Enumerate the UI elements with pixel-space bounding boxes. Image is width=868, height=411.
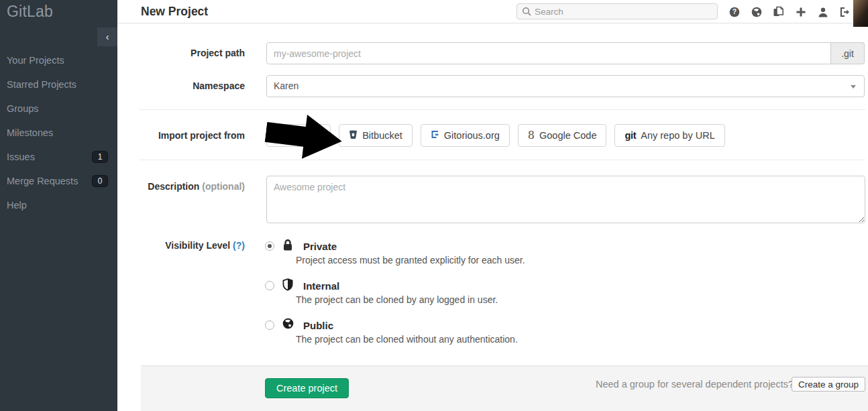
sidebar-item-label: Help [7,200,27,211]
sidebar-item-label: Your Projects [7,55,64,66]
visibility-private-name[interactable]: Private [303,241,337,252]
sidebar-item-label: Issues [7,152,35,162]
globe-icon[interactable] [751,6,762,17]
shield-icon [282,278,293,294]
namespace-select[interactable]: Karen [266,75,865,97]
divider [139,109,865,110]
chevron-left-icon: ‹ [106,32,109,42]
search-input[interactable] [517,4,717,19]
annotation-arrow-icon [263,107,347,166]
project-path-group: .git [266,42,865,64]
project-path-label: Project path [124,48,245,58]
import-button-label: Bitbucket [362,130,402,141]
description-label-text: Description [148,181,199,192]
bitbucket-icon [349,130,358,141]
description-optional-text: (optional) [202,181,245,192]
lock-icon [282,239,293,254]
sidebar-item-milestones[interactable]: Milestones [0,121,117,145]
visibility-help-link[interactable]: (?) [233,240,245,251]
sidebar-item-issues[interactable]: Issues 1 [0,145,117,169]
snippets-icon[interactable] [773,6,784,17]
visibility-private-description: Project access must be granted explicitl… [296,255,525,266]
page-title: New Project [141,5,208,19]
import-bitbucket-button[interactable]: Bitbucket [339,124,413,147]
logout-icon[interactable] [839,6,851,17]
git-suffix-addon: .git [831,42,865,64]
import-button-label: Gitorious.org [444,130,500,141]
sidebar-item-label: Milestones [7,127,53,138]
namespace-label: Namespace [124,80,245,91]
sidebar-item-starred-projects[interactable]: Starred Projects [0,72,117,97]
sidebar: GitLab ‹ Your Projects Starred Projects … [0,0,117,411]
group-hint-text: Need a group for several dependent proje… [596,379,794,390]
description-textarea[interactable] [266,176,865,223]
project-path-input[interactable] [266,42,831,64]
visibility-public-radio[interactable] [265,320,274,330]
help-icon[interactable]: ? [728,6,740,17]
sidebar-item-groups[interactable]: Groups [0,97,117,121]
sidebar-item-label: Groups [7,103,39,114]
visibility-internal-radio[interactable] [265,281,274,290]
google-code-icon: 8 [528,130,535,141]
description-label: Description (optional) [124,181,245,192]
visibility-internal-name[interactable]: Internal [303,280,339,292]
svg-text:?: ? [732,7,736,15]
git-icon: git [625,130,636,141]
namespace-selected-value: Karen [274,80,299,91]
import-button-label: Google Code [539,130,596,141]
visibility-internal-description: The project can be cloned by any logged … [296,294,498,305]
sidebar-collapse-button[interactable]: ‹ [97,27,117,46]
import-label: Import project from [124,130,245,141]
sidebar-item-help[interactable]: Help [0,193,117,217]
sidebar-item-merge-requests[interactable]: Merge Requests 0 [0,169,117,193]
sidebar-nav: Your Projects Starred Projects Groups Mi… [0,48,117,217]
import-button-label: Any repo by URL [641,130,714,141]
visibility-label-text: Visibility Level [165,240,230,251]
sidebar-item-your-projects[interactable]: Your Projects [0,48,117,72]
import-google-code-button[interactable]: 8 Google Code [518,124,607,147]
header-icons: ? [728,6,851,17]
sidebar-item-label: Merge Requests [7,176,78,186]
divider [139,160,865,160]
gitorious-icon [431,130,439,141]
new-project-icon[interactable] [795,6,806,17]
avatar[interactable] [853,0,868,27]
import-gitorious-button[interactable]: Gitorious.org [421,124,510,147]
chevron-down-icon [851,85,856,89]
public-globe-icon [282,318,294,332]
import-any-repo-button[interactable]: git Any repo by URL [614,124,724,147]
visibility-label: Visibility Level (?) [124,240,245,251]
issues-count-badge: 1 [92,151,108,163]
create-project-button[interactable]: Create project [265,378,349,398]
create-group-button[interactable]: Create a group [792,377,865,392]
radio-selected-dot [268,244,272,248]
search-box [517,3,718,19]
gitlab-logo[interactable]: GitLab [7,3,53,21]
visibility-public-description: The project can be cloned without any au… [296,334,518,345]
visibility-public-name[interactable]: Public [303,320,333,331]
profile-icon[interactable] [817,6,828,17]
new-project-page: GitLab ‹ Your Projects Starred Projects … [0,0,868,411]
visibility-private-radio[interactable] [265,241,274,251]
merge-requests-count-badge: 0 [92,175,108,187]
sidebar-item-label: Starred Projects [7,79,76,90]
